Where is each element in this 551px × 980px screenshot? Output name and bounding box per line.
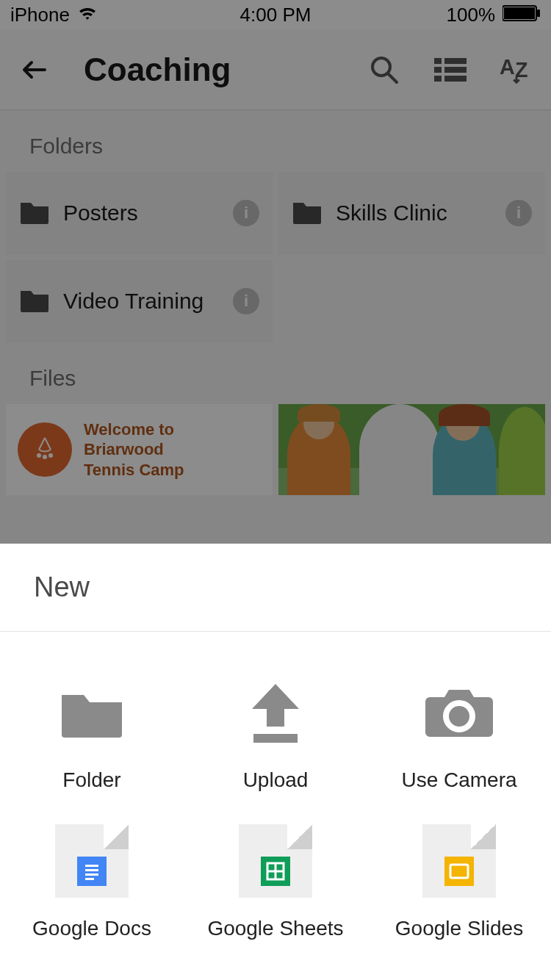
- content-area: Folders Posters i Skills Clinic i Video …: [0, 110, 551, 495]
- folder-icon: [292, 198, 323, 228]
- svg-rect-21: [85, 878, 94, 880]
- folders-grid: Posters i Skills Clinic i Video Training…: [0, 172, 551, 342]
- svg-rect-5: [434, 58, 442, 64]
- camera-icon: [422, 676, 496, 749]
- file-welcome-text: Welcome to Briarwood Tennis Camp: [84, 419, 184, 480]
- google-docs-button[interactable]: Google Docs: [0, 810, 184, 958]
- svg-rect-7: [434, 67, 442, 73]
- svg-rect-10: [444, 76, 467, 82]
- search-icon: [369, 54, 400, 85]
- svg-rect-9: [434, 76, 442, 82]
- use-camera-button[interactable]: Use Camera: [367, 661, 551, 810]
- clock: 4:00 PM: [0, 4, 551, 26]
- svg-point-14: [37, 453, 41, 458]
- back-button[interactable]: [18, 53, 51, 87]
- svg-rect-18: [85, 865, 98, 867]
- folder-icon: [19, 198, 50, 228]
- item-label: Folder: [62, 768, 120, 792]
- svg-point-13: [43, 455, 47, 459]
- files-grid: Welcome to Briarwood Tennis Camp: [0, 404, 551, 495]
- sheet-title: New: [0, 544, 551, 632]
- folder-info-button[interactable]: i: [233, 200, 259, 226]
- page-title: Coaching: [84, 51, 335, 88]
- sort-button[interactable]: A Z: [500, 53, 533, 87]
- briarwood-badge-icon: [18, 422, 72, 477]
- item-label: Upload: [243, 768, 309, 792]
- folder-info-button[interactable]: i: [233, 288, 259, 314]
- svg-rect-19: [85, 869, 98, 871]
- arrow-left-icon: [20, 55, 49, 84]
- search-button[interactable]: [367, 53, 401, 87]
- google-sheets-icon: [239, 824, 312, 898]
- svg-rect-8: [444, 67, 467, 73]
- item-label: Use Camera: [401, 768, 516, 792]
- status-bar: iPhone 4:00 PM 100%: [0, 0, 551, 29]
- file-tile[interactable]: Welcome to Briarwood Tennis Camp: [6, 404, 273, 495]
- folder-name: Posters: [63, 201, 220, 226]
- svg-rect-20: [85, 873, 98, 876]
- folder-name: Skills Clinic: [336, 201, 492, 226]
- info-icon: i: [244, 292, 248, 311]
- item-label: Google Sheets: [207, 917, 343, 940]
- item-label: Google Docs: [32, 917, 151, 940]
- view-toggle-button[interactable]: [433, 53, 467, 87]
- folder-tile[interactable]: Posters i: [6, 172, 273, 254]
- google-slides-button[interactable]: Google Slides: [367, 810, 551, 958]
- folder-tile[interactable]: Video Training i: [6, 260, 273, 342]
- item-label: Google Slides: [395, 917, 523, 940]
- google-slides-icon: [422, 824, 496, 898]
- folder-icon: [55, 676, 129, 749]
- file-tile[interactable]: [278, 404, 545, 495]
- new-bottom-sheet: New Folder Upload Use Camera: [0, 544, 551, 980]
- folder-icon: [19, 287, 50, 316]
- new-folder-button[interactable]: Folder: [0, 661, 184, 810]
- folder-info-button[interactable]: i: [505, 200, 532, 226]
- svg-rect-25: [450, 865, 468, 878]
- svg-point-15: [48, 453, 53, 458]
- svg-text:A: A: [500, 55, 515, 79]
- info-icon: i: [244, 203, 248, 223]
- svg-rect-16: [253, 734, 298, 743]
- google-sheets-button[interactable]: Google Sheets: [184, 810, 367, 958]
- info-icon: i: [516, 203, 521, 223]
- sort-az-icon: A Z: [500, 55, 533, 84]
- list-view-icon: [434, 57, 467, 83]
- google-docs-icon: [55, 824, 129, 898]
- upload-button[interactable]: Upload: [184, 661, 367, 810]
- svg-rect-6: [444, 58, 467, 64]
- app-header: Coaching A Z: [0, 29, 551, 110]
- folder-tile[interactable]: Skills Clinic i: [278, 172, 545, 254]
- upload-icon: [239, 676, 312, 749]
- folder-name: Video Training: [63, 289, 220, 314]
- svg-line-4: [388, 73, 397, 82]
- files-section-label: Files: [0, 342, 551, 404]
- folders-section-label: Folders: [0, 110, 551, 172]
